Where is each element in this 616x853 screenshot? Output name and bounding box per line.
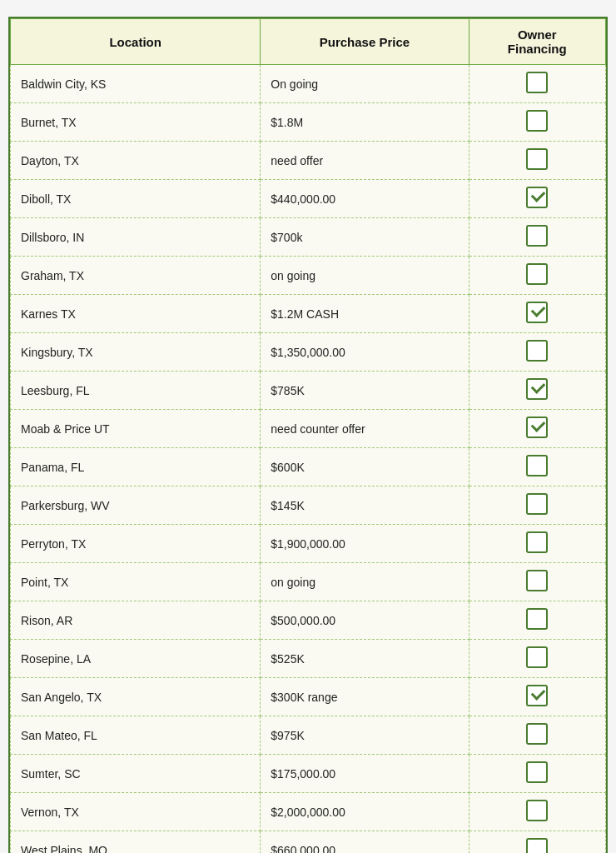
header-purchase-price: Purchase Price xyxy=(261,19,469,65)
cell-location: Kingsbury, TX xyxy=(11,333,261,372)
table-row: Diboll, TX$440,000.00 xyxy=(11,180,606,218)
cell-owner-financing xyxy=(469,372,605,410)
cell-owner-financing xyxy=(469,563,605,601)
checkbox-icon xyxy=(526,531,548,553)
cell-owner-financing xyxy=(469,716,605,755)
cell-price: On going xyxy=(261,65,469,103)
checkbox-icon xyxy=(526,110,548,132)
cell-location: San Angelo, TX xyxy=(11,678,261,716)
cell-location: West Plains, MO xyxy=(11,831,261,854)
cell-price: $175,000.00 xyxy=(261,755,469,793)
checkbox-icon xyxy=(526,608,548,630)
cell-location: Graham, TX xyxy=(11,257,261,295)
header-row: Location Purchase Price OwnerFinancing xyxy=(11,19,606,65)
cell-owner-financing xyxy=(469,640,605,678)
checkbox-icon xyxy=(526,225,548,247)
cell-price: $440,000.00 xyxy=(261,180,469,218)
cell-owner-financing xyxy=(469,678,605,716)
cell-location: Dayton, TX xyxy=(11,142,261,180)
checkbox-icon xyxy=(526,800,548,821)
checkbox-icon xyxy=(526,148,548,170)
checkbox-icon xyxy=(526,838,548,853)
checkbox-icon xyxy=(526,417,548,438)
cell-price: on going xyxy=(261,257,469,295)
checkbox-icon xyxy=(526,493,548,515)
table-row: Baldwin City, KSOn going xyxy=(11,65,606,103)
checkbox-icon xyxy=(526,646,548,668)
cell-price: $700k xyxy=(261,218,469,257)
table-row: West Plains, MO$660,000.00 xyxy=(11,831,606,854)
checkbox-icon xyxy=(526,723,548,745)
cell-location: Sumter, SC xyxy=(11,755,261,793)
table-row: Graham, TXon going xyxy=(11,257,606,295)
cell-location: Diboll, TX xyxy=(11,180,261,218)
table-row: Parkersburg, WV$145K xyxy=(11,486,606,525)
checkbox-icon xyxy=(526,378,548,400)
cell-owner-financing xyxy=(469,410,605,448)
cell-owner-financing xyxy=(469,218,605,257)
cell-price: $300K range xyxy=(261,678,469,716)
checkbox-icon xyxy=(526,72,548,93)
cell-price: $2,000,000.00 xyxy=(261,793,469,831)
cell-price: $975K xyxy=(261,716,469,755)
cell-location: Vernon, TX xyxy=(11,793,261,831)
table-row: Perryton, TX$1,900,000.00 xyxy=(11,525,606,563)
cell-owner-financing xyxy=(469,257,605,295)
checkbox-icon xyxy=(526,187,548,208)
cell-location: Point, TX xyxy=(11,563,261,601)
table-row: Moab & Price UTneed counter offer xyxy=(11,410,606,448)
cell-price: $1.2M CASH xyxy=(261,295,469,333)
cell-location: Parkersburg, WV xyxy=(11,486,261,525)
table-row: Dillsboro, IN$700k xyxy=(11,218,606,257)
cell-location: Perryton, TX xyxy=(11,525,261,563)
cell-owner-financing xyxy=(469,755,605,793)
header-location: Location xyxy=(11,19,261,65)
cell-location: Panama, FL xyxy=(11,448,261,486)
table-row: San Angelo, TX$300K range xyxy=(11,678,606,716)
checkbox-icon xyxy=(526,263,548,285)
cell-price: $600K xyxy=(261,448,469,486)
cell-price: on going xyxy=(261,563,469,601)
cell-price: $785K xyxy=(261,372,469,410)
cell-location: Rison, AR xyxy=(11,601,261,640)
properties-table: Location Purchase Price OwnerFinancing B… xyxy=(10,18,606,853)
cell-owner-financing xyxy=(469,525,605,563)
cell-location: Burnet, TX xyxy=(11,103,261,142)
cell-location: Dillsboro, IN xyxy=(11,218,261,257)
cell-price: $1.8M xyxy=(261,103,469,142)
cell-owner-financing xyxy=(469,142,605,180)
cell-owner-financing xyxy=(469,831,605,854)
cell-owner-financing xyxy=(469,295,605,333)
checkbox-icon xyxy=(526,340,548,362)
cell-price: $500,000.00 xyxy=(261,601,469,640)
cell-price: $525K xyxy=(261,640,469,678)
cell-owner-financing xyxy=(469,448,605,486)
cell-location: Karnes TX xyxy=(11,295,261,333)
table-row: Point, TXon going xyxy=(11,563,606,601)
cell-location: San Mateo, FL xyxy=(11,716,261,755)
checkbox-icon xyxy=(526,685,548,706)
table-row: Sumter, SC$175,000.00 xyxy=(11,755,606,793)
cell-location: Baldwin City, KS xyxy=(11,65,261,103)
cell-owner-financing xyxy=(469,793,605,831)
cell-price: need counter offer xyxy=(261,410,469,448)
cell-owner-financing xyxy=(469,180,605,218)
table-row: Leesburg, FL$785K xyxy=(11,372,606,410)
table-row: Dayton, TXneed offer xyxy=(11,142,606,180)
table-row: Rison, AR$500,000.00 xyxy=(11,601,606,640)
table-row: Kingsbury, TX$1,350,000.00 xyxy=(11,333,606,372)
cell-location: Leesburg, FL xyxy=(11,372,261,410)
main-table-wrapper: Location Purchase Price OwnerFinancing B… xyxy=(8,17,608,853)
cell-price: $1,900,000.00 xyxy=(261,525,469,563)
cell-price: need offer xyxy=(261,142,469,180)
cell-price: $1,350,000.00 xyxy=(261,333,469,372)
cell-owner-financing xyxy=(469,601,605,640)
cell-location: Moab & Price UT xyxy=(11,410,261,448)
cell-price: $660,000.00 xyxy=(261,831,469,854)
header-owner-financing: OwnerFinancing xyxy=(469,19,605,65)
table-row: Burnet, TX$1.8M xyxy=(11,103,606,142)
checkbox-icon xyxy=(526,570,548,591)
checkbox-icon xyxy=(526,455,548,476)
cell-owner-financing xyxy=(469,486,605,525)
cell-owner-financing xyxy=(469,333,605,372)
